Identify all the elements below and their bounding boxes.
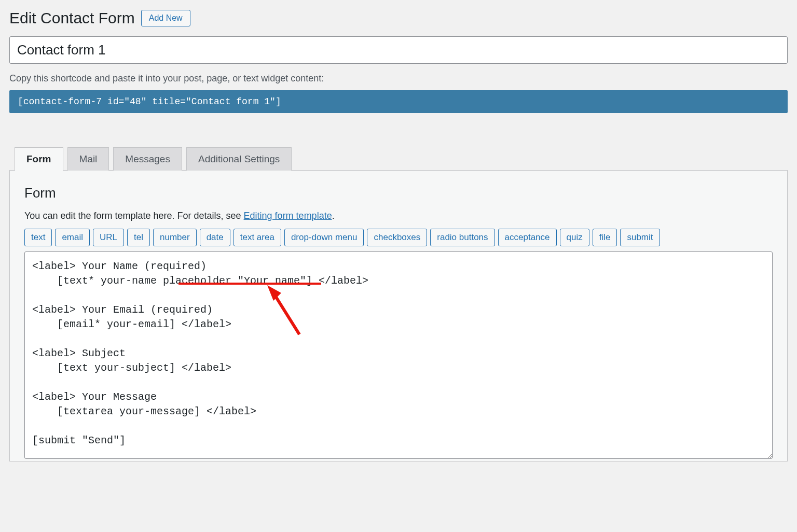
- tab-mail[interactable]: Mail: [67, 147, 109, 171]
- tag-url-button[interactable]: URL: [93, 229, 124, 246]
- form-title-input[interactable]: [9, 36, 788, 64]
- tag-checkboxes-button[interactable]: checkboxes: [367, 229, 427, 246]
- panel-description: You can edit the form template here. For…: [24, 211, 773, 221]
- tag-number-button[interactable]: number: [153, 229, 197, 246]
- form-template-textarea[interactable]: [24, 251, 773, 459]
- page-title: Edit Contact Form: [9, 9, 135, 27]
- tab-form[interactable]: Form: [15, 147, 63, 171]
- tag-generator-buttons: text email URL tel number date text area…: [24, 229, 773, 246]
- shortcode-instruction: Copy this shortcode and paste it into yo…: [9, 73, 788, 84]
- tag-file-button[interactable]: file: [593, 229, 617, 246]
- tab-additional-settings[interactable]: Additional Settings: [186, 147, 292, 171]
- panel-heading: Form: [24, 185, 773, 201]
- tab-messages[interactable]: Messages: [113, 147, 182, 171]
- tag-tel-button[interactable]: tel: [127, 229, 150, 246]
- editing-form-template-link[interactable]: Editing form template: [244, 211, 332, 221]
- add-new-button[interactable]: Add New: [141, 10, 190, 26]
- tag-text-button[interactable]: text: [24, 229, 52, 246]
- tag-date-button[interactable]: date: [200, 229, 230, 246]
- tag-radio-button[interactable]: radio buttons: [430, 229, 494, 246]
- tab-nav: Form Mail Messages Additional Settings: [15, 147, 788, 170]
- shortcode-display[interactable]: [contact-form-7 id="48" title="Contact f…: [9, 90, 788, 113]
- tag-email-button[interactable]: email: [55, 229, 90, 246]
- panel-description-suffix: .: [332, 211, 335, 221]
- tag-acceptance-button[interactable]: acceptance: [498, 229, 557, 246]
- tag-textarea-button[interactable]: text area: [233, 229, 281, 246]
- form-panel: Form You can edit the form template here…: [9, 170, 788, 461]
- tag-submit-button[interactable]: submit: [620, 229, 659, 246]
- tag-quiz-button[interactable]: quiz: [560, 229, 589, 246]
- panel-description-prefix: You can edit the form template here. For…: [24, 211, 244, 221]
- tag-dropdown-button[interactable]: drop-down menu: [284, 229, 364, 246]
